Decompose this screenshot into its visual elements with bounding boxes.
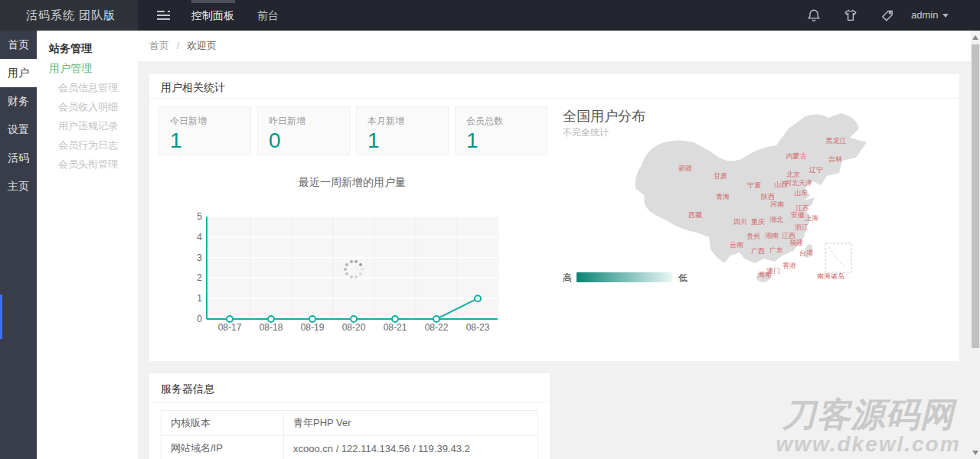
- user-stats-card: 用户相关统计 今日新增1昨日新增0本月新增1会员总数1 最近一周新增的用户量 0…: [149, 74, 959, 361]
- top-header: 活码系统 团队版 控制面板 前台 admin: [0, 0, 980, 31]
- legend-low-label: 低: [678, 272, 688, 285]
- card-title: 服务器信息: [149, 373, 550, 402]
- svg-text:08-18: 08-18: [260, 322, 283, 333]
- stat-label: 昨日新增: [269, 115, 338, 128]
- sidebar-item[interactable]: 设置: [0, 116, 37, 144]
- table-value-cell: xcooo.cn / 122.114.134.56 / 119.39.43.2: [284, 436, 538, 459]
- data-point: [433, 316, 439, 322]
- username-label: admin: [911, 9, 938, 21]
- data-point: [351, 316, 357, 322]
- province-label: 新疆: [678, 164, 692, 174]
- svg-text:08-21: 08-21: [384, 322, 407, 333]
- stat-value: 1: [368, 129, 437, 152]
- stat-box: 本月新增1: [356, 106, 449, 155]
- data-point: [475, 295, 481, 301]
- submenu-item[interactable]: 用户违规记录: [37, 116, 138, 135]
- province-label: 贵州: [746, 232, 760, 242]
- menu-toggle-icon[interactable]: [153, 6, 173, 24]
- province-label: 河北: [785, 178, 799, 188]
- province-label: 福建: [789, 238, 803, 248]
- vertical-scrollbar[interactable]: [971, 31, 980, 459]
- scroll-up-arrow-icon[interactable]: [972, 35, 978, 40]
- caret-down-icon: [942, 14, 949, 18]
- submenu-item[interactable]: 会员收入明细: [37, 97, 138, 116]
- breadcrumb-home[interactable]: 首页: [149, 40, 169, 51]
- app-logo[interactable]: 活码系统 团队版: [0, 0, 138, 31]
- province-label: 山东: [794, 188, 808, 198]
- svg-text:08-23: 08-23: [466, 322, 490, 333]
- main-content: 首页 / 欢迎页 用户相关统计 今日新增1昨日新增0本月新增1会员总数1 最近一…: [138, 31, 980, 459]
- province-label: 浙江: [795, 223, 808, 233]
- secondary-sidebar: 站务管理 用户管理 会员信息管理会员收入明细用户违规记录会员行为日志会员头衔管理: [37, 31, 138, 459]
- table-row: 网站域名/IPxcooo.cn / 122.114.134.56 / 119.3…: [162, 436, 538, 459]
- primary-sidebar: 首页用户财务设置活码主页: [0, 31, 37, 459]
- province-label: 天津: [799, 178, 812, 188]
- sidebar-item[interactable]: 活码: [0, 144, 37, 172]
- submenu-item-user-management[interactable]: 用户管理: [37, 58, 138, 78]
- sidebar-item[interactable]: 主页: [0, 172, 37, 200]
- province-label: 甘肃: [714, 171, 727, 181]
- province-label: 海南: [758, 270, 772, 280]
- table-row: 内核版本青年PHP Ver: [162, 411, 538, 436]
- stat-box: 会员总数1: [455, 106, 547, 155]
- svg-text:08-19: 08-19: [301, 322, 325, 333]
- province-label: 南海诸岛: [817, 272, 844, 282]
- notification-bell-icon[interactable]: [807, 8, 821, 22]
- sidebar-item[interactable]: 财务: [0, 87, 37, 116]
- server-info-card: 服务器信息 内核版本青年PHP Ver网站域名/IPxcooo.cn / 122…: [149, 373, 550, 459]
- china-map-shape: [612, 107, 873, 291]
- china-map: 新疆甘肃青海西藏内蒙古黑龙江吉林辽宁北京天津宁夏山西河北陕西山东河南江苏安徽上海…: [612, 107, 873, 291]
- data-point: [227, 316, 233, 322]
- province-label: 河南: [770, 200, 784, 210]
- chart-title: 最近一周新增的用户量: [157, 176, 547, 190]
- province-label: 重庆: [751, 217, 765, 227]
- submenu-item[interactable]: 会员信息管理: [37, 78, 138, 97]
- table-key-cell: 内核版本: [162, 411, 284, 436]
- stat-value: 1: [170, 129, 240, 152]
- province-label: 广东: [769, 246, 783, 256]
- tab-control-panel[interactable]: 控制面板: [184, 0, 242, 31]
- breadcrumb: 首页 / 欢迎页: [138, 31, 980, 61]
- theme-shirt-icon[interactable]: [844, 8, 858, 22]
- province-label: 辽宁: [809, 165, 823, 175]
- svg-text:08-17: 08-17: [218, 322, 242, 333]
- submenu-item[interactable]: 会员行为日志: [37, 135, 138, 155]
- province-label: 广西: [751, 246, 765, 256]
- stat-label: 会员总数: [466, 115, 536, 128]
- submenu-item[interactable]: 会员头衔管理: [37, 155, 138, 174]
- data-point: [392, 316, 398, 322]
- sidebar-item[interactable]: 用户: [0, 59, 37, 87]
- province-label: 湖南: [765, 231, 779, 241]
- breadcrumb-separator: /: [177, 40, 180, 51]
- svg-text:5: 5: [197, 213, 202, 222]
- legend-high-label: 高: [563, 272, 572, 285]
- map-subtitle: 不完全统计: [563, 126, 609, 139]
- submenu-group-station-management[interactable]: 站务管理: [37, 38, 138, 58]
- province-label: 香港: [782, 261, 796, 271]
- tag-icon[interactable]: [880, 8, 894, 22]
- tab-front-site[interactable]: 前台: [250, 0, 286, 31]
- user-menu[interactable]: admin: [911, 0, 949, 31]
- svg-text:2: 2: [197, 272, 202, 283]
- table-value-cell: 青年PHP Ver: [284, 411, 538, 436]
- scrollbar-thumb[interactable]: [972, 44, 979, 348]
- svg-text:08-22: 08-22: [425, 322, 449, 333]
- sidebar-item[interactable]: 首页: [0, 31, 37, 59]
- stat-label: 本月新增: [368, 115, 437, 128]
- loading-spinner: [340, 256, 368, 283]
- svg-text:4: 4: [197, 232, 202, 243]
- scroll-down-arrow-icon[interactable]: [972, 451, 978, 455]
- stat-value: 0: [269, 129, 338, 152]
- svg-text:0: 0: [197, 314, 202, 324]
- data-point: [309, 316, 315, 322]
- data-point: [268, 316, 274, 322]
- svg-text:1: 1: [197, 293, 202, 304]
- province-label: 黑龙江: [826, 136, 847, 146]
- breadcrumb-current: 欢迎页: [187, 40, 217, 51]
- province-label: 台湾: [799, 249, 813, 259]
- stats-row: 今日新增1昨日新增0本月新增1会员总数1: [158, 106, 547, 155]
- stat-box: 昨日新增0: [257, 106, 350, 155]
- province-label: 四川: [733, 217, 747, 227]
- province-label: 宁夏: [747, 181, 761, 190]
- stat-box: 今日新增1: [158, 106, 251, 155]
